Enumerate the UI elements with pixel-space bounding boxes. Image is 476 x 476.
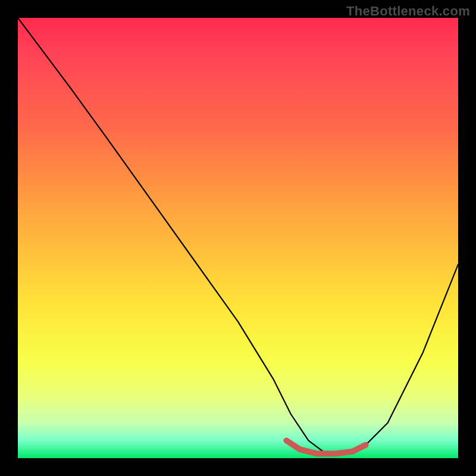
chart-frame — [18, 18, 458, 458]
optimal-range-highlight — [18, 18, 458, 458]
watermark-text: TheBottleneck.com — [346, 4, 470, 19]
